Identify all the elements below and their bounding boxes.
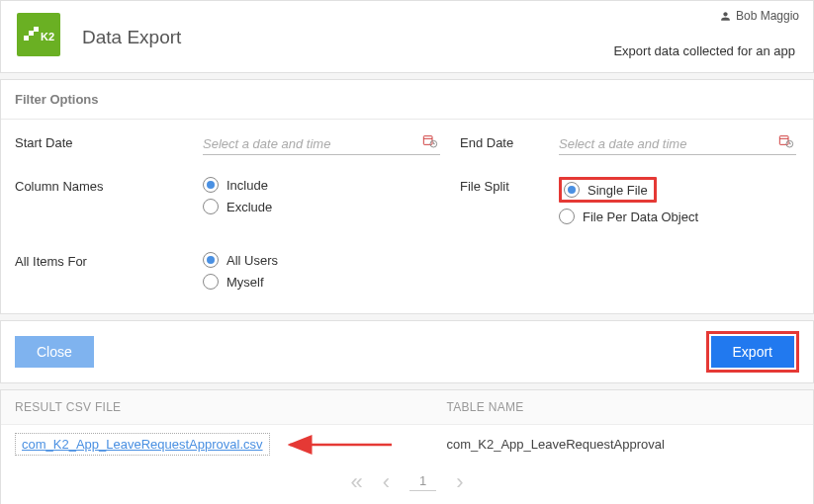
column-names-include-option[interactable]: Include bbox=[203, 177, 460, 193]
end-date-input[interactable]: Select a date and time bbox=[559, 133, 796, 155]
filter-panel: Filter Options Start Date Select a date … bbox=[0, 79, 814, 314]
column-names-label: Column Names bbox=[15, 177, 203, 194]
k2-logo: K2 bbox=[17, 13, 60, 56]
calendar-clock-icon[interactable] bbox=[778, 133, 794, 152]
pager-first-icon[interactable]: « bbox=[350, 469, 362, 495]
start-date-label: Start Date bbox=[15, 133, 203, 150]
annotation-highlight: Export bbox=[706, 331, 799, 373]
close-button[interactable]: Close bbox=[15, 336, 94, 368]
calendar-clock-icon[interactable] bbox=[422, 133, 438, 152]
all-items-all-users-option[interactable]: All Users bbox=[203, 252, 460, 268]
results-header-table: TABLE NAME bbox=[407, 400, 800, 414]
results-header-csv: RESULT CSV FILE bbox=[15, 400, 407, 414]
annotation-arrow-icon bbox=[278, 435, 397, 458]
action-bar: Close Export bbox=[0, 320, 814, 383]
pager-current[interactable]: 1 bbox=[409, 473, 436, 491]
page-subtitle: Export data collected for an app bbox=[613, 43, 795, 58]
user-name: Bob Maggio bbox=[736, 9, 799, 23]
radio-icon bbox=[203, 274, 219, 290]
radio-icon bbox=[564, 182, 580, 198]
start-date-input[interactable]: Select a date and time bbox=[203, 133, 440, 155]
all-items-myself-option[interactable]: Myself bbox=[203, 274, 460, 290]
table-name-value: com_K2_App_LeaveRequestApproval bbox=[407, 437, 800, 452]
filter-section-title: Filter Options bbox=[1, 80, 813, 120]
radio-icon bbox=[203, 252, 219, 268]
radio-icon bbox=[559, 209, 575, 224]
file-split-label: File Split bbox=[460, 177, 559, 194]
app-header: K2 Data Export Bob Maggio Export data co… bbox=[0, 0, 814, 73]
pager: « ‹ 1 › bbox=[1, 463, 813, 504]
csv-file-link[interactable]: com_K2_App_LeaveRequestApproval.csv bbox=[15, 433, 270, 456]
pager-prev-icon[interactable]: ‹ bbox=[383, 469, 390, 495]
annotation-highlight: Single File bbox=[559, 177, 657, 203]
page-title: Data Export bbox=[82, 27, 181, 48]
results-row: com_K2_App_LeaveRequestApproval.csv com_… bbox=[1, 425, 813, 463]
end-date-label: End Date bbox=[460, 133, 559, 150]
export-button[interactable]: Export bbox=[711, 336, 794, 368]
column-names-options: Include Exclude bbox=[203, 177, 460, 220]
radio-icon bbox=[203, 177, 219, 193]
svg-rect-3 bbox=[779, 136, 788, 145]
user-badge[interactable]: Bob Maggio bbox=[719, 9, 799, 23]
results-panel: RESULT CSV FILE TABLE NAME com_K2_App_Le… bbox=[0, 389, 814, 504]
svg-rect-0 bbox=[423, 136, 432, 145]
file-split-per-object-option[interactable]: File Per Data Object bbox=[559, 209, 814, 224]
column-names-exclude-option[interactable]: Exclude bbox=[203, 199, 460, 214]
file-split-single-option[interactable]: Single File bbox=[564, 182, 648, 198]
user-icon bbox=[719, 10, 732, 23]
file-split-options: Single File File Per Data Object bbox=[559, 177, 814, 230]
pager-next-icon[interactable]: › bbox=[456, 469, 463, 495]
all-items-for-options: All Users Myself bbox=[203, 252, 460, 295]
all-items-for-label: All Items For bbox=[15, 252, 203, 269]
radio-icon bbox=[203, 199, 219, 214]
